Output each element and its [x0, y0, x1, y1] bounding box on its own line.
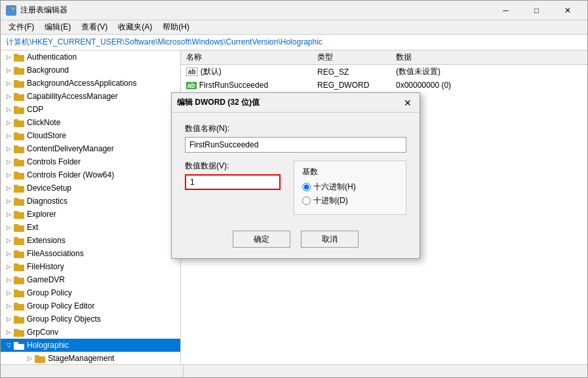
- dialog-body: 数值名称(N): 数值数据(V): 基数 十六进制(H) 十进制(D): [172, 113, 420, 225]
- tree-item-controlsfolderwow64[interactable]: ▷ Controls Folder (Wow64): [1, 168, 180, 181]
- svg-rect-0: [8, 7, 11, 10]
- address-bar: 计算机\HKEY_CURRENT_USER\Software\Microsoft…: [1, 35, 587, 50]
- tree-item-explorer[interactable]: ▷ Explorer: [1, 208, 180, 221]
- tree-item-cloudstore[interactable]: ▷ CloudStore: [1, 129, 180, 142]
- tree-item-backgroundaccessapplications[interactable]: ▷ BackgroundAccessApplications: [1, 77, 180, 90]
- tree-item-cdp[interactable]: ▷ CDP: [1, 103, 180, 116]
- col-type[interactable]: 类型: [312, 50, 391, 65]
- expand-icon: ▷: [3, 235, 14, 246]
- folder-icon: [14, 223, 24, 232]
- svg-rect-23: [14, 172, 18, 174]
- maximize-button[interactable]: □: [522, 1, 551, 20]
- menu-view[interactable]: 查看(V): [76, 20, 113, 34]
- svg-rect-13: [14, 106, 18, 109]
- expand-icon: ▷: [3, 261, 14, 272]
- tree-label-devicesetup: DeviceSetup: [27, 183, 71, 193]
- menu-favorites[interactable]: 收藏夹(A): [113, 20, 157, 34]
- cancel-button[interactable]: 取消: [301, 231, 359, 248]
- svg-rect-17: [14, 132, 18, 135]
- folder-icon: [14, 79, 24, 88]
- folder-icon: [14, 301, 24, 311]
- menu-edit[interactable]: 编辑(E): [39, 20, 76, 34]
- ab-icon: ab: [186, 67, 198, 76]
- tree-item-fileassociations[interactable]: ▷ FileAssociations: [1, 247, 180, 260]
- tree-label-cdp: CDP: [27, 105, 43, 114]
- tree-item-stagemanagement[interactable]: ▷ StageManagement: [1, 352, 180, 364]
- tree-item-grouppolicyeditor[interactable]: ▷ Group Policy Editor: [1, 299, 180, 312]
- tree-label-authentication: Authentication: [27, 52, 77, 62]
- data-input[interactable]: [185, 174, 281, 190]
- dec-radio-row: 十进制(D): [302, 195, 398, 206]
- expand-icon: ▷: [3, 117, 14, 128]
- folder-icon: [14, 210, 24, 219]
- svg-rect-47: [14, 329, 18, 331]
- menu-file[interactable]: 文件(F): [3, 20, 39, 34]
- folder-icon: [14, 118, 24, 127]
- name-label: 数值名称(N):: [185, 123, 406, 134]
- tree-item-controlsfolder[interactable]: ▷ Controls Folder: [1, 155, 180, 168]
- tree-label-ext: Ext: [27, 223, 38, 232]
- tree-item-capabilityaccessmanager[interactable]: ▷ CapabilityAccessManager: [1, 90, 180, 103]
- tree-item-grouppolicy[interactable]: ▷ Group Policy: [1, 286, 180, 299]
- svg-rect-27: [14, 198, 18, 200]
- tree-item-holographic[interactable]: ▽ Holographic: [1, 339, 180, 352]
- expand-icon: ▷: [3, 52, 14, 62]
- title-bar: 注册表编辑器 ─ □ ✕: [1, 1, 587, 20]
- folder-icon: [14, 275, 24, 284]
- folder-icon: [14, 236, 24, 245]
- tree-item-authentication[interactable]: ▷ Authentication: [1, 50, 180, 64]
- value-group: 数值数据(V):: [185, 161, 281, 215]
- tree-item-filehistory[interactable]: ▷ FileHistory: [1, 260, 180, 273]
- tree-item-devicesetup[interactable]: ▷ DeviceSetup: [1, 181, 180, 195]
- table-row[interactable]: ab (默认) REG_SZ (数值未设置): [181, 65, 587, 79]
- reg-type-0: REG_SZ: [312, 65, 391, 79]
- dialog-close-button[interactable]: ✕: [401, 96, 414, 109]
- expand-icon: ▷: [3, 143, 14, 154]
- col-name[interactable]: 名称: [181, 50, 312, 65]
- folder-icon: [14, 328, 24, 337]
- expand-icon: ▷: [3, 130, 14, 141]
- tree-label-gamedvr: GameDVR: [27, 275, 65, 284]
- svg-rect-9: [14, 80, 18, 83]
- ok-button[interactable]: 确定: [233, 231, 290, 248]
- tree-label-extensions: Extensions: [27, 236, 66, 245]
- expand-icon: ▷: [3, 157, 14, 167]
- reg-name-firstrun: ab FirstRunSucceeded: [181, 79, 312, 92]
- minimize-button[interactable]: ─: [491, 1, 520, 20]
- expand-icon: ▷: [3, 274, 14, 285]
- svg-rect-3: [8, 11, 11, 14]
- tree-item-extensions[interactable]: ▷ Extensions: [1, 234, 180, 247]
- menu-bar: 文件(F) 编辑(E) 查看(V) 收藏夹(A) 帮助(H): [1, 20, 587, 35]
- data-label: 数值数据(V):: [185, 161, 281, 172]
- dec-label[interactable]: 十进制(D): [313, 195, 348, 206]
- tree-item-grpconv[interactable]: ▷ GrpConv: [1, 326, 180, 339]
- table-row[interactable]: ab FirstRunSucceeded REG_DWORD 0x0000000…: [181, 79, 587, 92]
- name-group: 数值名称(N):: [185, 123, 406, 153]
- close-button[interactable]: ✕: [553, 1, 582, 20]
- tree-label-grouppolicyobjects: Group Policy Objects: [27, 314, 101, 324]
- tree-item-diagnostics[interactable]: ▷ Diagnostics: [1, 195, 180, 208]
- name-input[interactable]: [185, 137, 406, 153]
- menu-help[interactable]: 帮助(H): [157, 20, 195, 34]
- tree-label-grpconv: GrpConv: [27, 328, 58, 337]
- svg-rect-31: [14, 224, 18, 227]
- svg-rect-45: [14, 316, 18, 318]
- col-data[interactable]: 数据: [391, 50, 587, 65]
- dec-radio[interactable]: [302, 197, 311, 205]
- reg-row-name-0: (默认): [201, 66, 222, 77]
- tree-panel[interactable]: ▷ Authentication ▷ Background ▷ Backgrou…: [1, 50, 181, 364]
- hex-label[interactable]: 十六进制(H): [313, 181, 356, 193]
- tree-item-background[interactable]: ▷ Background: [1, 64, 180, 77]
- app-icon: [6, 5, 16, 16]
- tree-item-clicknote[interactable]: ▷ ClickNote: [1, 116, 180, 129]
- tree-item-ext[interactable]: ▷ Ext: [1, 221, 180, 234]
- tree-label-clicknote: ClickNote: [27, 118, 60, 127]
- dword-icon: ab: [186, 82, 197, 89]
- tree-item-grouppolicyobjects[interactable]: ▷ Group Policy Objects: [1, 312, 180, 326]
- folder-icon: [14, 288, 24, 297]
- svg-rect-43: [14, 303, 18, 305]
- folder-icon: [14, 314, 24, 324]
- tree-item-contentdeliverymanager[interactable]: ▷ ContentDeliveryManager: [1, 142, 180, 155]
- hex-radio[interactable]: [302, 183, 311, 191]
- tree-item-gamedvr[interactable]: ▷ GameDVR: [1, 273, 180, 286]
